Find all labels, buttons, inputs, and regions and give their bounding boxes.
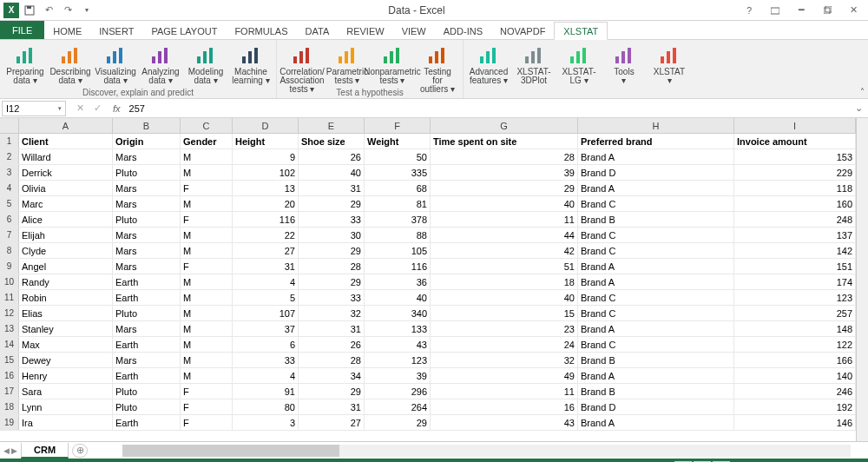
cell[interactable]: M: [181, 228, 233, 242]
preparing-button[interactable]: Describingdata ▾: [50, 43, 90, 85]
cell[interactable]: M: [181, 290, 233, 305]
cell[interactable]: 123: [734, 290, 856, 305]
cell[interactable]: Brand D: [578, 399, 734, 414]
cell[interactable]: 229: [734, 165, 856, 180]
tool-button[interactable]: XLSTAT-LG ▾: [559, 43, 599, 85]
cell[interactable]: M: [181, 165, 233, 180]
col-header[interactable]: B: [113, 118, 181, 133]
row-header[interactable]: 18: [0, 399, 19, 414]
test-button[interactable]: Nonparametrictests ▾: [372, 43, 412, 85]
horizontal-scrollbar[interactable]: [122, 445, 851, 457]
cell[interactable]: F: [181, 415, 233, 430]
cell[interactable]: 29: [299, 384, 365, 399]
cell[interactable]: Elijah: [19, 228, 113, 242]
tab-view[interactable]: VIEW: [393, 23, 435, 39]
cell[interactable]: 29: [299, 243, 365, 258]
tool-button[interactable]: XLSTAT-3DPlot: [514, 43, 554, 85]
col-header[interactable]: I: [734, 118, 856, 133]
tab-data[interactable]: DATA: [297, 23, 339, 39]
cell[interactable]: Mars: [113, 228, 181, 242]
cell[interactable]: Marc: [19, 196, 113, 211]
cell[interactable]: F: [181, 181, 233, 195]
cell[interactable]: 9: [233, 149, 299, 164]
cell[interactable]: 148: [734, 321, 856, 336]
cell[interactable]: 107: [233, 306, 299, 320]
cell[interactable]: 33: [299, 290, 365, 305]
col-header[interactable]: A: [19, 118, 113, 133]
cell[interactable]: Brand A: [578, 274, 734, 289]
tab-page-layout[interactable]: PAGE LAYOUT: [142, 23, 226, 39]
close-icon[interactable]: ✕: [842, 2, 865, 19]
sheet-prev-icon[interactable]: ◀: [3, 446, 10, 455]
tab-novapdf[interactable]: novaPDF: [491, 23, 554, 39]
cell[interactable]: Robin: [19, 290, 113, 305]
cell[interactable]: Brand A: [578, 321, 734, 336]
cell[interactable]: 3: [233, 415, 299, 430]
cell[interactable]: Earth: [113, 290, 181, 305]
cell[interactable]: 43: [365, 337, 431, 352]
cell[interactable]: M: [181, 243, 233, 258]
cell[interactable]: Brand B: [578, 384, 734, 399]
col-header[interactable]: C: [181, 118, 233, 133]
vertical-scrollbar[interactable]: [856, 118, 868, 441]
cell[interactable]: Brand C: [578, 196, 734, 211]
cell[interactable]: 140: [734, 368, 856, 383]
row-header[interactable]: 13: [0, 321, 19, 336]
cell[interactable]: Brand A: [578, 181, 734, 195]
cell[interactable]: 44: [431, 228, 578, 242]
cell[interactable]: 80: [233, 399, 299, 414]
cell[interactable]: 166: [734, 353, 856, 367]
sheet-tab-crm[interactable]: CRM: [21, 443, 69, 459]
minimize-icon[interactable]: ━: [790, 2, 812, 19]
preparing-button[interactable]: Visualizingdata ▾: [95, 43, 135, 85]
cell[interactable]: 11: [431, 212, 578, 227]
cell[interactable]: 24: [431, 337, 578, 352]
cell[interactable]: M: [181, 274, 233, 289]
cell[interactable]: M: [181, 353, 233, 367]
cell[interactable]: Derrick: [19, 165, 113, 180]
cell[interactable]: Earth: [113, 337, 181, 352]
row-header[interactable]: 3: [0, 165, 19, 180]
help-icon[interactable]: ?: [738, 2, 760, 19]
cell[interactable]: Pluto: [113, 165, 181, 180]
cell[interactable]: Mars: [113, 196, 181, 211]
save-icon[interactable]: [21, 2, 38, 19]
test-button[interactable]: Testing foroutliers ▾: [418, 43, 457, 94]
row-header[interactable]: 4: [0, 181, 19, 195]
tool-button[interactable]: Tools▾: [604, 43, 644, 85]
cell[interactable]: 88: [365, 228, 431, 242]
cell[interactable]: 146: [734, 415, 856, 430]
cell[interactable]: 32: [431, 353, 578, 367]
cell[interactable]: Clyde: [19, 243, 113, 258]
cell[interactable]: Mars: [113, 353, 181, 367]
cell[interactable]: Pluto: [113, 306, 181, 320]
cell[interactable]: Brand C: [578, 306, 734, 320]
row-header[interactable]: 9: [0, 259, 19, 274]
tab-file[interactable]: FILE: [0, 21, 44, 39]
cell[interactable]: 31: [233, 259, 299, 274]
preparing-button[interactable]: Machinelearning ▾: [231, 43, 271, 85]
tab-xlstat[interactable]: XLSTAT: [554, 22, 608, 40]
cell[interactable]: 39: [431, 165, 578, 180]
fx-icon[interactable]: fx: [109, 103, 124, 114]
row-header[interactable]: 16: [0, 368, 19, 383]
cell[interactable]: F: [181, 259, 233, 274]
cell[interactable]: 40: [299, 165, 365, 180]
row-header[interactable]: 15: [0, 353, 19, 367]
cell[interactable]: Alice: [19, 212, 113, 227]
row-header[interactable]: 7: [0, 228, 19, 242]
ribbon-display-icon[interactable]: [764, 2, 786, 19]
cell[interactable]: Origin: [113, 134, 181, 148]
cell[interactable]: 246: [734, 384, 856, 399]
preparing-button[interactable]: Analyzingdata ▾: [141, 43, 181, 85]
cell[interactable]: 33: [299, 212, 365, 227]
row-header[interactable]: 1: [0, 134, 19, 148]
chevron-down-icon[interactable]: ▾: [58, 105, 62, 112]
cell[interactable]: 31: [299, 399, 365, 414]
cell[interactable]: 28: [431, 149, 578, 164]
cell[interactable]: Brand B: [578, 212, 734, 227]
add-sheet-icon[interactable]: ⊕: [72, 444, 88, 458]
cell[interactable]: Randy: [19, 274, 113, 289]
cell[interactable]: Sara: [19, 384, 113, 399]
cell[interactable]: 13: [233, 181, 299, 195]
